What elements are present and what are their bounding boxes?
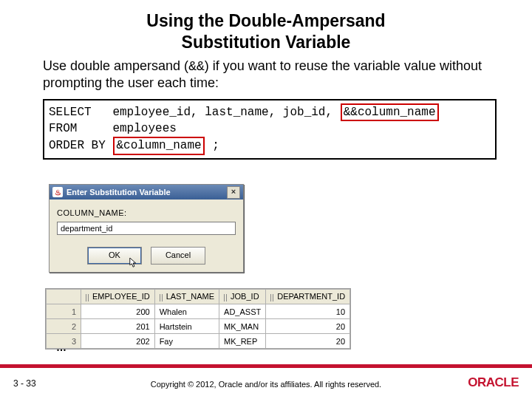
sql-line-3a: ORDER BY (49, 139, 112, 152)
cell: 10 (266, 304, 350, 319)
table-row: 1 200 Whalen AD_ASST 10 (47, 304, 350, 319)
close-button[interactable]: × (227, 186, 240, 199)
column-name-input[interactable] (57, 222, 236, 235)
table-header-row: EMPLOYEE_ID LAST_NAME JOB_ID DEPARTMENT_… (47, 290, 350, 304)
body-inline-code: && (188, 59, 205, 74)
footer: 3 - 33 Copyright © 2012, Oracle and/or i… (0, 368, 532, 399)
ok-button-label: OK (109, 250, 120, 259)
cell: Hartstein (154, 319, 219, 334)
col-job-id: JOB_ID (219, 290, 266, 304)
rownum-header (47, 290, 81, 304)
slide-body-text: Use double ampersand (&&) if you want to… (0, 53, 532, 92)
java-icon: ♨ (52, 187, 63, 197)
col-label: JOB_ID (231, 292, 259, 301)
title-line-2: Substitution Variable (182, 33, 351, 52)
rownum-cell: 1 (47, 304, 81, 319)
body-pre: Use double ampersand ( (43, 58, 188, 73)
slide-title: Using the Double-Ampersand Substitution … (0, 0, 532, 53)
dialog-titlebar: ♨ Enter Substitution Variable × (50, 185, 243, 200)
col-employee-id: EMPLOYEE_ID (81, 290, 155, 304)
cell: 20 (266, 319, 350, 334)
sql-line-2: FROM employees (49, 122, 177, 135)
cell: MK_MAN (219, 319, 266, 334)
sql-highlight-single-amp: &column_name (113, 137, 204, 155)
table-row: 2 201 Hartstein MK_MAN 20 (47, 319, 350, 334)
cancel-button[interactable]: Cancel (151, 247, 205, 265)
col-last-name: LAST_NAME (154, 290, 219, 304)
cell: Fay (154, 334, 219, 349)
cell: Whalen (154, 304, 219, 319)
table-row: 3 202 Fay MK_REP 20 (47, 334, 350, 349)
substitution-dialog: ♨ Enter Substitution Variable × COLUMN_N… (49, 184, 244, 273)
grip-icon (160, 294, 164, 301)
cell: 20 (266, 334, 350, 349)
cell: AD_ASST (219, 304, 266, 319)
cell: MK_REP (219, 334, 266, 349)
dialog-title-text: Enter Substitution Variable (66, 188, 171, 197)
oracle-logo: ORACLE (468, 375, 519, 390)
copyright-text: Copyright © 2012, Oracle and/or its affi… (0, 380, 532, 389)
cell: 202 (81, 334, 155, 349)
col-label: DEPARTMENT_ID (277, 292, 345, 301)
grip-icon (224, 294, 228, 301)
grip-icon (86, 294, 90, 301)
col-label: EMPLOYEE_ID (92, 292, 150, 301)
sql-highlight-double-amp: &&column_name (341, 103, 439, 122)
rows-ellipsis: … (56, 341, 68, 353)
sql-line-1a: SELECT employee_id, last_name, job_id, (49, 106, 340, 119)
col-department-id: DEPARTMENT_ID (266, 290, 350, 304)
dialog-field-label: COLUMN_NAME: (57, 208, 236, 217)
ok-button[interactable]: OK (87, 247, 142, 265)
rownum-cell: 2 (47, 319, 81, 334)
sql-line-3c: ; (205, 139, 219, 152)
cell: 201 (81, 319, 155, 334)
cell: 200 (81, 304, 155, 319)
query-result-table: EMPLOYEE_ID LAST_NAME JOB_ID DEPARTMENT_… (46, 289, 350, 349)
sql-code-box: SELECT employee_id, last_name, job_id, &… (43, 99, 497, 160)
cursor-icon (129, 258, 138, 268)
grip-icon (270, 294, 275, 301)
title-line-1: Using the Double-Ampersand (146, 11, 385, 30)
col-label: LAST_NAME (166, 292, 214, 301)
